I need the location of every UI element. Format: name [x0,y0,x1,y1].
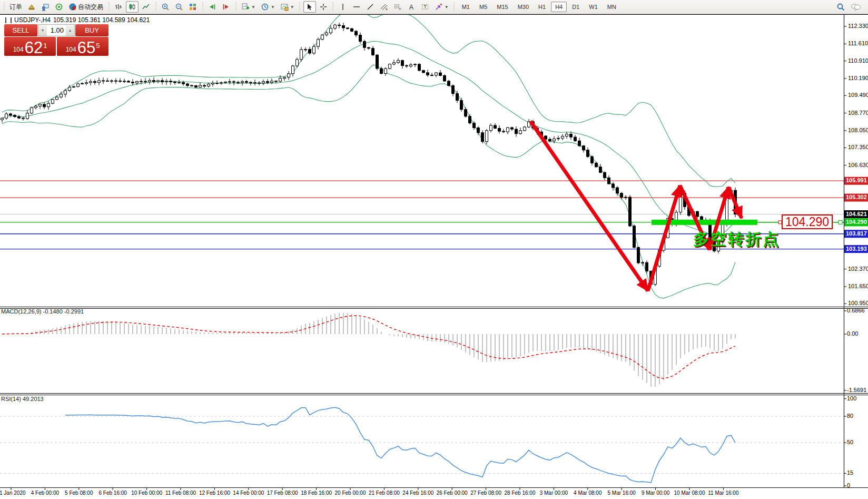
selection-handle[interactable] [839,220,842,224]
data-window-button[interactable] [39,1,52,13]
volume-increase-button[interactable]: ▲ [66,25,74,36]
toolbar-group-handle [299,2,301,12]
timeframe-button-d1[interactable]: D1 [568,2,584,12]
candle [397,61,400,63]
one-click-trading-panel: SELL ▼ 1.00 ▲ BUY 104 62 1 104 65 5 [4,24,108,56]
candle [448,81,450,86]
horizontal-line-button[interactable] [350,1,363,13]
candle [237,82,240,83]
candle [515,129,518,134]
cursor-button[interactable] [303,1,316,13]
candle [157,81,160,82]
auto-scroll-button[interactable] [206,1,219,13]
templates-button[interactable]: ▼ [278,1,297,13]
candle [212,83,214,84]
candle [267,82,269,83]
timeframe-button-m15[interactable]: M15 [492,2,512,12]
chevron-down-icon[interactable]: ▼ [251,5,255,9]
sell-price-prefix: 104 [13,45,24,54]
chevron-down-icon[interactable]: ▼ [290,5,294,9]
toolbar-group-handle [234,2,237,12]
rsi-axis-tick: 80 [847,413,853,419]
candle [39,104,42,106]
timeframe-button-m5[interactable]: M5 [475,2,491,12]
new-order-button[interactable]: 订单 [7,1,24,13]
crosshair-button[interactable] [317,1,330,13]
candle [427,73,429,75]
candle [250,82,252,83]
zoom-out-button[interactable] [173,1,185,13]
timeframe-button-h1[interactable]: H1 [534,2,550,12]
equidistant-channel-button[interactable]: E [378,1,390,13]
text-label-button[interactable]: T [419,1,431,13]
price-level-label-box[interactable]: 104.290 [782,214,833,229]
toolbar-group [303,1,330,13]
candle [456,94,459,101]
volume-field[interactable]: ▼ 1.00 ▲ [38,24,75,36]
timeframe-button-h4[interactable]: H4 [551,2,567,12]
time-axis-label: 11 Feb 08:00 [165,490,196,496]
candle [570,134,573,137]
bar-chart-button[interactable] [112,1,125,13]
chat-button[interactable] [849,1,863,13]
search-button[interactable] [834,1,847,13]
vertical-line-button[interactable] [337,1,349,13]
price-axis-tick: 112.330 [848,23,868,29]
candle-chart-button[interactable] [126,1,139,13]
bollinger-band-line [2,65,735,298]
candle [90,82,92,83]
candle [262,82,265,83]
candle [233,82,235,82]
line-chart-button[interactable] [140,1,152,13]
timeframe-button-mn[interactable]: MN [603,2,620,12]
trendline-button[interactable] [364,1,377,13]
navigator-button[interactable] [53,1,65,13]
volume-value[interactable]: 1.00 [47,25,66,36]
tile-windows-button[interactable] [186,1,199,13]
candle [56,97,58,100]
candle [481,133,484,142]
price-axis-tick: 102.370 [848,266,868,272]
candle [557,138,560,139]
candle [203,85,206,86]
buy-price-button[interactable]: 104 65 5 [57,37,108,56]
chart-window: USDJPY-,H4 105.319 105.361 104.589 104.6… [0,0,868,499]
trend-arrow[interactable] [648,185,680,291]
timeframe-button-m1[interactable]: M1 [458,2,474,12]
sell-button[interactable]: SELL [4,24,37,36]
chart-shift-button[interactable] [220,1,232,13]
candle [414,64,417,65]
candle [401,61,404,66]
candle [469,116,471,123]
candle [587,150,589,156]
market-watch-button[interactable] [25,1,38,13]
chevron-down-icon[interactable]: ▼ [271,5,275,9]
candle [604,172,606,178]
fibonacci-button[interactable]: F [391,1,404,13]
timeframe-button-w1[interactable]: W1 [585,2,602,12]
time-axis-label: 10 Feb 00:00 [131,490,162,496]
zoom-in-button[interactable] [159,1,172,13]
arrows-button[interactable]: ▼ [432,1,451,13]
buy-button[interactable]: BUY [75,24,108,36]
timeframe-button-m30[interactable]: M30 [514,2,533,12]
sell-price-button[interactable]: 104 62 1 [4,37,56,56]
autotrading-button[interactable]: 自动交易 [66,1,105,13]
volume-decrease-button[interactable]: ▼ [38,25,47,36]
chevron-down-icon[interactable]: ▼ [445,5,449,9]
periods-button[interactable]: ▼ [259,1,277,13]
buy-price-pip: 5 [96,42,100,49]
candle [507,128,509,132]
candle [625,197,627,198]
candle [14,115,16,117]
turning-point-annotation[interactable]: 多空转折点 [693,229,780,250]
text-button[interactable]: A [405,1,418,13]
new-chart-button[interactable]: ▼ [239,1,258,13]
candle [616,188,619,193]
candle [351,28,353,31]
candle [511,128,514,129]
toolbar-group-handle [107,2,110,12]
price-axis-tick: 110.190 [848,75,868,81]
toolbar-group [205,1,233,13]
time-axis-label: 20 Feb 00:00 [335,490,366,496]
